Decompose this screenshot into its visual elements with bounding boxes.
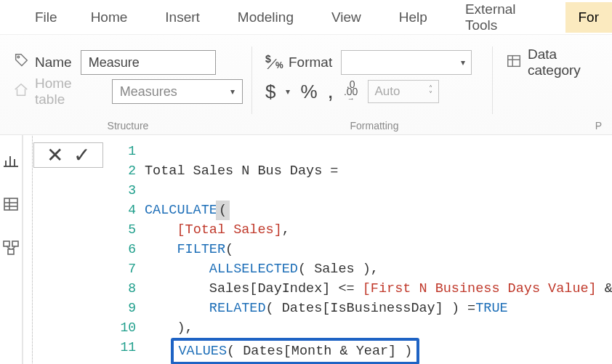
code-line: CALCULATE( (145, 203, 228, 218)
svg-rect-1 (508, 56, 520, 67)
svg-point-0 (17, 56, 20, 58)
menu-home[interactable]: Home (72, 9, 147, 25)
ribbon-group-formatting: $⁄% Format ▾ $ ▾ % , .0.00→ Auto (252, 35, 492, 134)
code-line: Total Sales N Bus Days = (145, 163, 338, 179)
code-text[interactable]: Total Sales N Bus Days = CALCULATE( [Tot… (145, 136, 612, 364)
view-sidebar (0, 135, 23, 364)
percent-button[interactable]: % (300, 81, 317, 103)
group-label-structure: Structure (13, 120, 243, 134)
decimals-spinner[interactable]: Auto ˄˅ (368, 80, 439, 103)
currency-button[interactable]: $ (265, 81, 275, 103)
spinner-arrows-icon: ˄˅ (429, 86, 432, 97)
data-view-button[interactable] (0, 195, 22, 214)
svg-rect-8 (4, 198, 17, 210)
home-table-select[interactable]: Measures ▾ (112, 79, 243, 104)
data-category-label: Data category (528, 46, 595, 78)
main-area: ✕ ✓ 1 2 3 4 5 6 7 8 9 10 11 Total Sales … (0, 135, 612, 364)
model-view-button[interactable] (0, 238, 22, 257)
ribbon-group-properties: Data category P (493, 35, 612, 134)
format-label: Format (289, 54, 332, 70)
decimals-value: Auto (374, 84, 400, 99)
menu-modeling[interactable]: Modeling (219, 9, 313, 25)
decimals-icon[interactable]: .0.00→ (344, 81, 358, 102)
chevron-down-icon: ▾ (230, 86, 235, 97)
menu-format[interactable]: For (565, 2, 613, 33)
ribbon-group-structure: Name Measure Home table Measures ▾ Struc… (0, 35, 251, 134)
format-icon: $⁄% (265, 54, 283, 70)
name-input[interactable]: Measure (81, 50, 216, 75)
tag-icon (13, 53, 29, 72)
home-table-label: Home table (35, 76, 103, 108)
home-table-icon (13, 82, 29, 101)
menu-bar: File Home Insert Modeling View Help Exte… (0, 0, 612, 35)
menu-insert[interactable]: Insert (146, 9, 219, 25)
svg-rect-13 (12, 241, 18, 246)
chevron-down-icon: ▾ (461, 57, 465, 68)
menu-help[interactable]: Help (380, 9, 446, 25)
thousands-button[interactable]: , (328, 78, 334, 103)
code-line: [Total Sales], (145, 222, 290, 238)
highlight-box: VALUES( Dates[Month & Year] ) (171, 338, 419, 364)
name-label: Name (35, 54, 72, 70)
formula-editor: ✕ ✓ 1 2 3 4 5 6 7 8 9 10 11 Total Sales … (23, 135, 612, 364)
code-line: RELATED( Dates[IsBusinessDay] ) =TRUE (145, 301, 508, 316)
name-input-value: Measure (89, 55, 140, 70)
group-label-properties: P (506, 120, 603, 134)
menu-external-tools[interactable]: External Tools (446, 1, 561, 33)
report-view-button[interactable] (0, 151, 22, 170)
home-table-value: Measures (120, 84, 177, 100)
menu-file[interactable]: File (20, 9, 72, 25)
svg-rect-14 (8, 249, 14, 254)
ribbon: Name Measure Home table Measures ▾ Struc… (0, 35, 612, 135)
chevron-down-icon[interactable]: ▾ (286, 86, 290, 97)
menu-view[interactable]: View (313, 9, 380, 25)
code-area[interactable]: 1 2 3 4 5 6 7 8 9 10 11 Total Sales N Bu… (32, 136, 612, 364)
code-line: ALLSELECTED( Sales ), (145, 262, 379, 277)
data-category-icon (506, 53, 522, 72)
line-gutter: 1 2 3 4 5 6 7 8 9 10 11 (111, 136, 136, 357)
code-line: Sales[DayIndex] <= [First N Business Day… (145, 281, 612, 296)
code-line: FILTER( (145, 242, 233, 257)
format-select[interactable]: ▾ (341, 50, 472, 75)
code-line: VALUES( Dates[Month & Year] ) (145, 344, 419, 359)
svg-rect-12 (4, 241, 9, 246)
group-label-formatting: Formatting (265, 120, 483, 134)
code-line: ), (145, 320, 193, 336)
